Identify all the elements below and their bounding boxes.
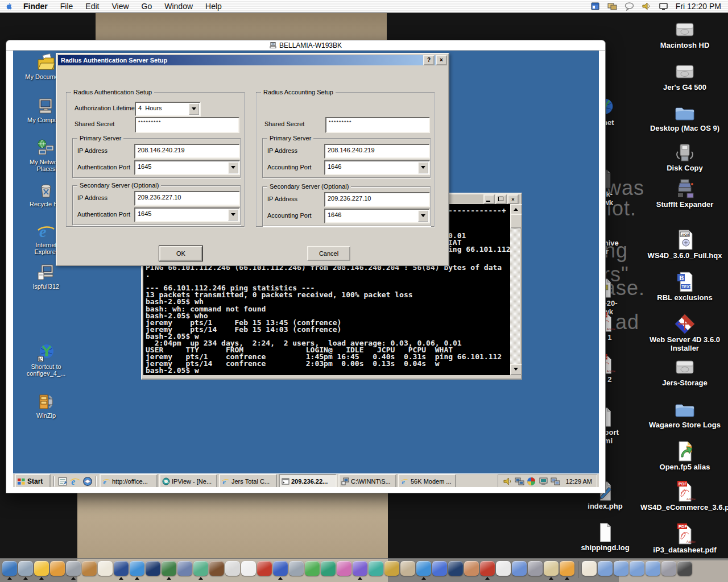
colors-ball-icon[interactable] — [527, 477, 536, 486]
volume-icon[interactable] — [503, 477, 512, 486]
menu-item-help[interactable]: Help — [199, 2, 228, 11]
dock-bsd-daemon-icon[interactable] — [257, 561, 272, 576]
dock-ical-icon[interactable] — [98, 561, 113, 576]
dock-address-book-icon[interactable] — [82, 561, 97, 576]
mac-icon-desktop-mac-os-9[interactable]: Desktop (Mac OS 9) — [640, 101, 728, 132]
dialog-titlebar[interactable]: Radius Authentication Server Setup ? × — [58, 55, 447, 65]
window-panel-icon[interactable] — [590, 2, 600, 11]
cancel-button[interactable]: Cancel — [307, 246, 350, 261]
dock-aim-icon[interactable] — [34, 561, 49, 576]
dock-at-utility-icon[interactable] — [661, 561, 676, 576]
mac-icon-rbl-exclusions[interactable]: BTEXTRBL exclusions — [640, 271, 728, 302]
auth-secondary-ip-input[interactable]: 209.236.227.10 — [134, 191, 240, 206]
dock-portrait-icon[interactable] — [464, 561, 479, 576]
mac-icon-ws4d-3-6-0-full-hqx[interactable]: .HQXWS4D_3.6.0_Full.hqx — [640, 228, 728, 260]
dock-b-compass-icon[interactable] — [273, 561, 288, 576]
terminal-close-button[interactable]: × — [507, 194, 519, 204]
taskbar-clock[interactable]: 12:29 AM — [566, 478, 592, 485]
menu-clock[interactable]: Fri 12:20 PM — [676, 2, 721, 11]
dropdown-arrow-icon[interactable] — [189, 103, 199, 115]
dock-earth-icon[interactable] — [162, 561, 176, 576]
dropdown-arrow-icon[interactable] — [418, 162, 428, 173]
dock-trash-icon[interactable] — [677, 561, 692, 576]
display-mail-icon[interactable] — [539, 477, 548, 486]
mac-icon-macintosh-hd[interactable]: Macintosh HD — [640, 18, 728, 49]
dock-chart-folder-icon[interactable] — [614, 561, 628, 576]
auth-primary-ip-input[interactable]: 208.146.240.219 — [134, 144, 240, 159]
mac-icon-ws4d-ecommerce-3-6-pdf[interactable]: PDFAdobeWS4D_eCommerce_3.6.pdf — [640, 480, 728, 512]
desktop-icon-shortcut-to-configev-4[interactable]: Shortcut to configev_4_... — [23, 343, 69, 377]
mac-icon-ip3-datasheet-pdf[interactable]: PDFAdobeiP3_datasheet.pdf — [640, 523, 728, 554]
acct-shared-secret-input[interactable]: ********* — [325, 117, 430, 133]
menu-item-window[interactable]: Window — [158, 2, 199, 11]
dock-navigator-compass-icon[interactable] — [146, 561, 160, 576]
network-icon[interactable] — [515, 477, 524, 486]
monitor-icon[interactable] — [659, 2, 668, 11]
dock-blue-doc-icon[interactable] — [432, 561, 447, 576]
dock-wood-box-icon[interactable] — [209, 561, 224, 576]
displays-icon[interactable] — [607, 2, 617, 11]
auth-shared-secret-input[interactable]: ********* — [135, 117, 239, 133]
desktop-icon-ispfull312[interactable]: ispfull312 — [23, 263, 69, 290]
mac-icon-stuffit-expander[interactable]: StuffIt Expander — [640, 177, 728, 209]
dock-download-folder-icon[interactable] — [646, 561, 660, 576]
mac-icon-open-fp5-alias[interactable]: Open.fp5 alias — [640, 440, 728, 471]
terminal-restore-button[interactable] — [495, 194, 507, 204]
dock-y-app-icon[interactable] — [321, 561, 336, 576]
ok-button[interactable]: OK — [159, 246, 202, 261]
network2-icon[interactable] — [551, 477, 560, 486]
acct-primary-ip-input[interactable]: 208.146.240.219 — [324, 144, 430, 159]
dock-clapper-icon[interactable] — [369, 561, 383, 576]
mac-icon-jer-s-g4-500[interactable]: Jer's G4 500 — [640, 60, 728, 92]
terminal-scrollbar[interactable] — [510, 204, 520, 375]
menu-item-file[interactable]: File — [54, 2, 80, 11]
dock-sherlock-icon[interactable] — [400, 561, 415, 576]
dock-pdf-folder-icon[interactable] — [598, 561, 613, 576]
menu-app-name[interactable]: Finder — [17, 2, 54, 11]
dock-usb-utility-icon[interactable] — [528, 561, 543, 576]
scroll-down-button[interactable] — [510, 364, 522, 375]
speech-bubble-icon[interactable] — [624, 2, 634, 11]
terminal-minimize-button[interactable] — [483, 194, 495, 204]
authorization-lifetime-select[interactable]: 4 Hours — [135, 102, 201, 117]
dock-disk-copy-icon[interactable] — [512, 561, 527, 576]
taskbar-task[interactable]: eJers Total C... — [219, 474, 277, 488]
menu-item-edit[interactable]: Edit — [79, 2, 105, 11]
dock-media-app-icon[interactable] — [384, 561, 399, 576]
dock-clock-icon[interactable] — [18, 561, 33, 576]
dock-x11-icon[interactable] — [241, 561, 256, 576]
dock-ruler-doc-icon[interactable] — [544, 561, 559, 576]
dropdown-arrow-icon[interactable] — [418, 210, 428, 222]
mac-icon-disk-copy[interactable]: Disk Copy — [640, 141, 728, 172]
show-desktop-icon[interactable] — [57, 476, 68, 487]
dock-smiley-icon[interactable] — [50, 561, 65, 576]
auth-primary-port-select[interactable]: 1645 — [134, 160, 240, 175]
volume-icon[interactable] — [642, 2, 651, 11]
mac-partial-icon-shippingd-log[interactable]: shippingd.log — [573, 522, 637, 552]
dock-blue-folder-icon[interactable] — [630, 561, 644, 576]
taskbar-task[interactable]: ehttp://office... — [100, 474, 158, 488]
dock-acrobat-icon[interactable] — [480, 561, 495, 576]
mac-icon-web-server-4d-3-6-0-installer[interactable]: Web Server 4D 3.6.0 Installer — [640, 313, 728, 352]
dock-apple-app-icon[interactable] — [496, 561, 511, 576]
vnc-titlebar[interactable]: BELLAMIA-W193BK — [6, 40, 605, 51]
close-icon[interactable]: × — [436, 55, 447, 65]
dock-home-folder-icon[interactable] — [582, 561, 597, 576]
dock-gray-doc-icon[interactable] — [289, 561, 304, 576]
dock-internet-explorer-icon[interactable] — [130, 561, 144, 576]
desktop-icon-winzip[interactable]: WinZip — [23, 392, 69, 419]
taskbar-task[interactable]: C:\WINNT\S... — [338, 474, 396, 488]
dock-w-app-icon[interactable] — [305, 561, 320, 576]
dock-p-app-icon[interactable] — [337, 561, 351, 576]
apple-menu-icon[interactable] — [0, 2, 17, 11]
scrollbar-thumb[interactable] — [510, 214, 522, 228]
taskbar-task[interactable]: 209.236.22... — [279, 474, 337, 488]
acct-secondary-ip-input[interactable]: 209.236.227.10 — [324, 192, 430, 207]
auth-secondary-port-select[interactable]: 1645 — [134, 207, 240, 222]
dock-itunes-icon[interactable] — [353, 561, 367, 576]
menu-item-go[interactable]: Go — [135, 2, 159, 11]
taskbar-task[interactable]: e56K Modem ... — [398, 474, 456, 488]
dropdown-arrow-icon[interactable] — [228, 209, 238, 221]
internet-explorer-icon[interactable]: e — [70, 476, 80, 487]
dock-green-gem-icon[interactable] — [193, 561, 208, 576]
